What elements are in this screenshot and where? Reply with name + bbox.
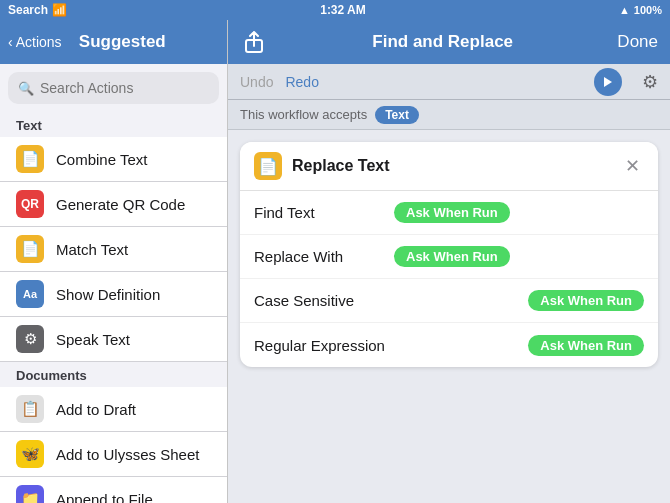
search-bar[interactable]: 🔍 <box>8 72 219 104</box>
regex-label: Regular Expression <box>254 337 394 354</box>
main-layout: ‹ Actions Suggested 🔍 Text 📄 Combine Tex… <box>0 20 670 503</box>
case-sensitive-row: Case Sensitive Ask When Run <box>240 279 658 323</box>
action-label: Add to Ulysses Sheet <box>56 446 199 463</box>
list-item[interactable]: 🦋 Add to Ulysses Sheet <box>0 432 227 477</box>
right-header-left <box>240 28 268 56</box>
list-item[interactable]: 📁 Append to File <box>0 477 227 503</box>
match-text-icon: 📄 <box>16 235 44 263</box>
speak-text-icon: ⚙ <box>16 325 44 353</box>
card-close-button[interactable]: ✕ <box>620 154 644 178</box>
find-text-label: Find Text <box>254 204 394 221</box>
back-button[interactable]: ‹ Actions <box>8 34 62 50</box>
append-file-icon: 📁 <box>16 485 44 503</box>
left-panel: ‹ Actions Suggested 🔍 Text 📄 Combine Tex… <box>0 20 228 503</box>
list-item[interactable]: 📄 Match Text <box>0 227 227 272</box>
left-panel-title: Suggested <box>66 32 179 52</box>
list-item[interactable]: Aa Show Definition <box>0 272 227 317</box>
card-title: Replace Text <box>292 157 610 175</box>
find-text-ask-badge[interactable]: Ask When Run <box>394 202 510 223</box>
search-icon: 🔍 <box>18 81 34 96</box>
action-label: Generate QR Code <box>56 196 185 213</box>
play-button[interactable] <box>594 68 622 96</box>
time-label: 1:32 AM <box>320 3 366 17</box>
action-label: Match Text <box>56 241 128 258</box>
workflow-area: 📄 Replace Text ✕ Find Text Ask When Run … <box>228 130 670 503</box>
back-label: Actions <box>16 34 62 50</box>
case-sensitive-ask-badge[interactable]: Ask When Run <box>528 290 644 311</box>
left-header: ‹ Actions Suggested <box>0 20 227 64</box>
battery-label: 100% <box>634 4 662 16</box>
action-label: Show Definition <box>56 286 160 303</box>
gear-icon[interactable]: ⚙ <box>642 71 658 93</box>
list-item[interactable]: 📄 Combine Text <box>0 137 227 182</box>
right-panel-title: Find and Replace <box>268 32 617 52</box>
card-icon: 📄 <box>254 152 282 180</box>
list-item[interactable]: 📋 Add to Draft <box>0 387 227 432</box>
replace-text-card: 📄 Replace Text ✕ Find Text Ask When Run … <box>240 142 658 367</box>
replace-with-label: Replace With <box>254 248 394 265</box>
signal-icon: ▲ <box>619 4 630 16</box>
action-label: Append to File <box>56 491 153 504</box>
right-header: Find and Replace Done <box>228 20 670 64</box>
list-item[interactable]: ⚙ Speak Text <box>0 317 227 362</box>
actions-list: Text 📄 Combine Text QR Generate QR Code … <box>0 112 227 503</box>
carrier-label: Search <box>8 3 48 17</box>
undo-button[interactable]: Undo <box>240 74 273 90</box>
ulysses-icon: 🦋 <box>16 440 44 468</box>
list-item[interactable]: QR Generate QR Code <box>0 182 227 227</box>
status-left: Search 📶 <box>8 3 67 17</box>
search-input[interactable] <box>40 80 215 96</box>
show-definition-icon: Aa <box>16 280 44 308</box>
find-text-row: Find Text Ask When Run <box>240 191 658 235</box>
add-draft-icon: 📋 <box>16 395 44 423</box>
action-label: Add to Draft <box>56 401 136 418</box>
toolbar: Undo Redo ⚙ <box>228 64 670 100</box>
chevron-left-icon: ‹ <box>8 34 13 50</box>
card-header: 📄 Replace Text ✕ <box>240 142 658 191</box>
status-bar: Search 📶 1:32 AM ▲ 100% <box>0 0 670 20</box>
status-right: ▲ 100% <box>619 4 662 16</box>
combine-text-icon: 📄 <box>16 145 44 173</box>
replace-with-ask-badge[interactable]: Ask When Run <box>394 246 510 267</box>
action-label: Speak Text <box>56 331 130 348</box>
text-section-header: Text <box>0 112 227 137</box>
replace-with-row: Replace With Ask When Run <box>240 235 658 279</box>
case-sensitive-label: Case Sensitive <box>254 292 394 309</box>
documents-section-header: Documents <box>0 362 227 387</box>
redo-button[interactable]: Redo <box>285 74 318 90</box>
wifi-icon: 📶 <box>52 3 67 17</box>
share-button[interactable] <box>240 28 268 56</box>
regex-row: Regular Expression Ask When Run <box>240 323 658 367</box>
action-label: Combine Text <box>56 151 147 168</box>
accepts-label: This workflow accepts <box>240 107 367 122</box>
accepts-bar: This workflow accepts Text <box>228 100 670 130</box>
accepts-badge: Text <box>375 106 419 124</box>
regex-ask-badge[interactable]: Ask When Run <box>528 335 644 356</box>
done-button[interactable]: Done <box>617 32 658 52</box>
qr-code-icon: QR <box>16 190 44 218</box>
right-panel: Find and Replace Done Undo Redo ⚙ This w… <box>228 20 670 503</box>
